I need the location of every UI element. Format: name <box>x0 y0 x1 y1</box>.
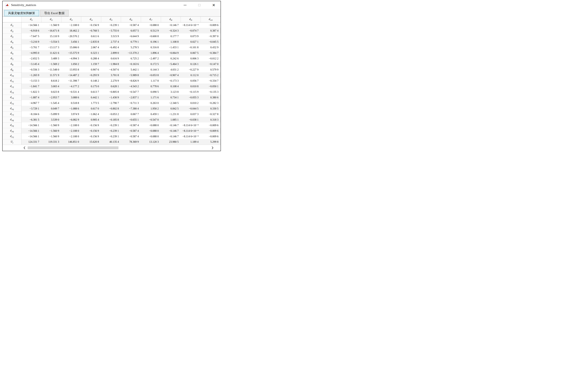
table-cell[interactable]: −0.088 0 <box>141 123 161 128</box>
table-cell[interactable]: −4.995 0 <box>21 50 41 56</box>
table-cell[interactable]: −0.600 8 <box>141 33 161 39</box>
table-cell[interactable]: 0.263 0 <box>141 100 161 106</box>
table-cell[interactable]: −0.334 7 <box>201 78 221 84</box>
table-cell[interactable]: −4.507 6 <box>101 67 121 72</box>
table-cell[interactable]: −0.009 6 <box>201 128 221 134</box>
table-cell[interactable]: 0.010 2 <box>181 100 201 106</box>
table-cell[interactable]: −2.108 0 <box>61 123 81 128</box>
table-cell[interactable]: 40.135 4 <box>101 139 121 145</box>
table-cell[interactable]: 0.027 1 <box>181 39 201 45</box>
scroll-left-button[interactable] <box>23 146 26 150</box>
table-cell[interactable]: −2.790 7 <box>101 100 121 106</box>
table-cell[interactable]: −0.587 4 <box>121 22 141 28</box>
table-cell[interactable]: −0.239 1 <box>101 128 121 134</box>
table-cell[interactable]: 0.579 9 <box>201 67 221 72</box>
table-cell[interactable]: −0.074 7 <box>181 28 201 33</box>
table-cell[interactable]: −14.487 2 <box>61 72 81 78</box>
table-cell[interactable]: −0.115 9 <box>181 89 201 95</box>
table-cell[interactable]: 0.049 7 <box>41 106 61 111</box>
table-cell[interactable]: −0.156 9 <box>81 128 101 134</box>
table-cell[interactable]: −0.239 1 <box>101 123 121 128</box>
scroll-right-button[interactable] <box>211 146 214 150</box>
table-cell[interactable]: −0.384 7 <box>201 50 221 56</box>
table-cell[interactable]: −0.293 9 <box>81 72 101 78</box>
maximize-button[interactable] <box>197 3 201 7</box>
table-cell[interactable]: 0.905 4 <box>81 117 101 123</box>
table-cell[interactable]: −0.009 6 <box>201 22 221 28</box>
table-cell[interactable]: −3.701 7 <box>21 45 41 50</box>
table-cell[interactable]: −8.114 6×10⁻⁴ <box>181 123 201 128</box>
table-cell[interactable]: −3.145 4 <box>21 61 41 67</box>
table-cell[interactable]: 0.056 7 <box>181 78 201 84</box>
table-cell[interactable]: 18.462 2 <box>61 28 81 33</box>
table-cell[interactable]: 0.108 4 <box>161 84 181 89</box>
table-cell[interactable]: 0.006 3 <box>181 56 201 61</box>
table-cell[interactable]: −0.146 7 <box>161 128 181 134</box>
table-cell[interactable]: −0.531 4 <box>61 89 81 95</box>
table-cell[interactable]: −0.044 5 <box>181 106 201 111</box>
table-cell[interactable]: 1.085 1 <box>161 117 181 123</box>
scrollbar-thumb[interactable] <box>28 146 118 149</box>
table-cell[interactable]: −0.185 8 <box>101 117 121 123</box>
table-cell[interactable]: 5.442 1 <box>121 67 141 72</box>
table-cell[interactable]: −7.380 4 <box>121 106 141 111</box>
table-cell[interactable]: −0.587 4 <box>121 123 141 128</box>
table-cell[interactable]: 0.613 7 <box>81 89 101 95</box>
table-cell[interactable]: 6.725 2 <box>121 56 141 61</box>
table-cell[interactable]: 0.518 8 <box>61 100 81 106</box>
table-cell[interactable]: 0.617 0 <box>81 106 101 111</box>
table-cell[interactable]: −1.569 2 <box>41 61 61 67</box>
table-cell[interactable]: −8.114 6×10⁻⁴ <box>181 128 201 134</box>
table-cell[interactable]: −1.265 9 <box>21 72 41 78</box>
table-cell[interactable]: −0.064 9 <box>161 50 181 56</box>
table-cell[interactable]: 0.323 1 <box>81 50 101 56</box>
table-cell[interactable]: −2.340 5 <box>161 100 181 106</box>
table-cell[interactable]: −14.566 1 <box>21 123 41 128</box>
table-cell[interactable]: −1.088 6 <box>61 106 81 111</box>
table-cell[interactable]: −0.239 1 <box>101 22 121 28</box>
table-cell[interactable]: −6.918 6 <box>21 28 41 33</box>
table-cell[interactable]: 3.123 8 <box>161 89 181 95</box>
table-cell[interactable]: −1.545 4 <box>41 100 61 106</box>
table-cell[interactable]: 2.899 0 <box>101 50 121 56</box>
table-cell[interactable]: 0.380 6 <box>201 95 221 100</box>
table-cell[interactable]: −5.099 9 <box>41 111 61 117</box>
table-cell[interactable]: −1.560 9 <box>41 128 61 134</box>
table-cell[interactable]: −1.984 8 <box>101 61 121 67</box>
table-cell[interactable]: −0.038 1 <box>181 117 201 123</box>
table-cell[interactable]: 1.159 7 <box>81 61 101 67</box>
table-cell[interactable]: −0.556 3 <box>21 67 41 72</box>
table-cell[interactable]: −0.227 9 <box>181 67 201 72</box>
table-cell[interactable]: 0.734 1 <box>161 95 181 100</box>
table-cell[interactable]: −6.492 4 <box>101 45 121 50</box>
table-cell[interactable]: −0.045 5 <box>201 39 221 45</box>
table-cell[interactable]: 2.270 9 <box>101 78 121 84</box>
table-cell[interactable]: −8.114 6×10⁻⁴ <box>181 22 201 28</box>
table-cell[interactable]: −13.370 2 <box>121 50 141 56</box>
table-cell[interactable]: −0.055 3 <box>181 95 201 100</box>
table-cell[interactable]: −1.062 4 <box>81 111 101 117</box>
table-cell[interactable]: 0.318 3 <box>201 117 221 123</box>
table-cell[interactable]: −0.053 2 <box>101 111 121 117</box>
table-cell[interactable]: 0.432 9 <box>201 45 221 50</box>
table-cell[interactable]: −0.805 8 <box>101 89 121 95</box>
table-cell[interactable]: −0.012 2 <box>201 56 221 61</box>
table-cell[interactable]: −16.671 8 <box>41 28 61 33</box>
table-cell[interactable]: 1.108 8 <box>161 39 181 45</box>
table-cell[interactable]: 5.299 8 <box>201 139 221 145</box>
table-cell[interactable]: −1.560 9 <box>41 134 61 139</box>
table-cell[interactable]: 1.950 2 <box>141 106 161 111</box>
table-cell[interactable]: −0.397 0 <box>201 33 221 39</box>
table-cell[interactable]: −6.381 5 <box>21 117 41 123</box>
table-cell[interactable]: −14.566 1 <box>21 134 41 139</box>
table-cell[interactable]: 15.110 9 <box>41 33 61 39</box>
table-cell[interactable]: −2.835 8 <box>81 39 101 45</box>
table-cell[interactable]: 0.067 7 <box>121 111 141 117</box>
table-cell[interactable]: 1.171 6 <box>141 95 161 100</box>
table-cell[interactable]: 3.456 1 <box>61 39 81 45</box>
tab-export-excel[interactable]: 导出 Excel 数据 <box>40 10 69 17</box>
table-cell[interactable]: −14.566 1 <box>21 22 41 28</box>
table-cell[interactable]: 0.387 4 <box>201 28 221 33</box>
table-cell[interactable]: −1.560 9 <box>41 22 61 28</box>
table-cell[interactable]: −0.711 3 <box>121 100 141 106</box>
